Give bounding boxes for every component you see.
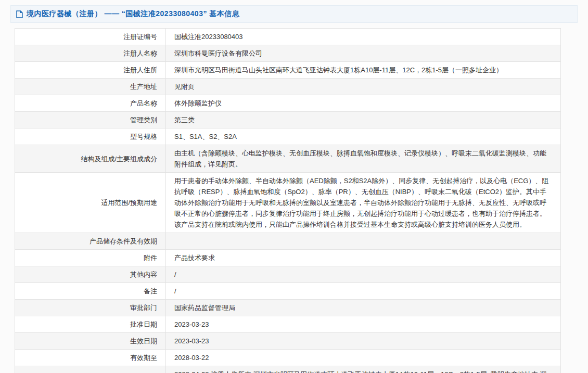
row-value: 见附页 — [166, 79, 561, 95]
page-title: 境内医疗器械（注册） —— “国械注准20233080403” 基本信息 — [27, 9, 239, 19]
row-value: 国家药品监督管理局 — [166, 300, 561, 316]
row-label: 注册人住所 — [15, 62, 166, 79]
row-value: 2023-04-03 注册人住所由:深圳市光明区马田街道南环大道飞亚达钟表大厦1… — [166, 366, 561, 373]
table-row-remarks: 备注 / — [15, 283, 561, 300]
row-label: 批准日期 — [15, 316, 166, 333]
page-header: 境内医疗器械（注册） —— “国械注准20233080403” 基本信息 — [10, 5, 578, 23]
row-value: 由主机（含除颤模块、心电监护模块、无创血压模块、脉搏血氧饱和度模块、记录仪模块）… — [166, 145, 561, 173]
document-icon — [16, 10, 23, 18]
row-value: 2028-03-22 — [166, 350, 561, 366]
row-label: 其他内容 — [15, 266, 166, 283]
row-label: 生产地址 — [15, 79, 166, 95]
row-label: 生效日期 — [15, 333, 166, 350]
row-label: 有效期至 — [15, 350, 166, 366]
table-row-model-spec: 型号规格 S1、S1A、S2、S2A — [15, 128, 561, 145]
table-row-production-address: 生产地址 见附页 — [15, 79, 561, 95]
table-row-storage-conditions: 产品储存条件及有效期 — [15, 233, 561, 250]
row-value: S1、S1A、S2、S2A — [166, 128, 561, 145]
row-value: 体外除颤监护仪 — [166, 95, 561, 112]
table-row-registrant-address: 注册人住所 深圳市光明区马田街道马山头社区南环大道飞亚达钟表大厦1栋A10层-1… — [15, 62, 561, 79]
table-row-management-category: 管理类别 第三类 — [15, 112, 561, 128]
row-value: 第三类 — [166, 112, 561, 128]
info-table-container: 注册证编号 国械注准20233080403 注册人名称 深圳市科曼医疗设备有限公… — [15, 28, 573, 373]
row-label: 备注 — [15, 283, 166, 300]
table-row-approval-date: 批准日期 2023-03-23 — [15, 316, 561, 333]
row-label: 管理类别 — [15, 112, 166, 128]
row-label: 结构及组成/主要组成成分 — [15, 145, 166, 173]
row-label: 产品储存条件及有效期 — [15, 233, 166, 250]
row-label: 附件 — [15, 250, 166, 266]
row-value: 2023-03-23 — [166, 316, 561, 333]
table-row-other-content: 其他内容 / — [15, 266, 561, 283]
row-value: 深圳市光明区马田街道马山头社区南环大道飞亚达钟表大厦1栋A10层-11层、12C… — [166, 62, 561, 79]
table-row-effective-date: 生效日期 2023-03-23 — [15, 333, 561, 350]
row-value: 用于患者的手动体外除颤、半自动体外除颤（AED除颤，S2和S2A除外）、同步复律… — [166, 173, 561, 233]
table-row-product-name: 产品名称 体外除颤监护仪 — [15, 95, 561, 112]
row-label: 适用范围/预期用途 — [15, 173, 166, 233]
row-label: 注册人名称 — [15, 45, 166, 62]
registration-info-table: 注册证编号 国械注准20233080403 注册人名称 深圳市科曼医疗设备有限公… — [15, 28, 561, 373]
row-value: / — [166, 266, 561, 283]
table-row-approval-department: 审批部门 国家药品监督管理局 — [15, 300, 561, 316]
table-row-structure-composition: 结构及组成/主要组成成分 由主机（含除颤模块、心电监护模块、无创血压模块、脉搏血… — [15, 145, 561, 173]
row-label — [15, 366, 166, 373]
row-value: / — [166, 283, 561, 300]
row-label: 注册证编号 — [15, 29, 166, 45]
page: 境内医疗器械（注册） —— “国械注准20233080403” 基本信息 注册证… — [0, 0, 588, 373]
row-label: 型号规格 — [15, 128, 166, 145]
table-row-expiry-date: 有效期至 2028-03-22 — [15, 350, 561, 366]
row-label: 审批部门 — [15, 300, 166, 316]
table-row-intended-use: 适用范围/预期用途 用于患者的手动体外除颤、半自动体外除颤（AED除颤，S2和S… — [15, 173, 561, 233]
row-label: 产品名称 — [15, 95, 166, 112]
table-row-change-record: 2023-04-03 注册人住所由:深圳市光明区马田街道南环大道飞亚达钟表大厦1… — [15, 366, 561, 373]
row-value: 产品技术要求 — [166, 250, 561, 266]
row-value — [166, 233, 561, 250]
table-row-attachment: 附件 产品技术要求 — [15, 250, 561, 266]
row-value: 国械注准20233080403 — [166, 29, 561, 45]
row-value: 深圳市科曼医疗设备有限公司 — [166, 45, 561, 62]
row-value: 2023-03-23 — [166, 333, 561, 350]
table-row-registration-number: 注册证编号 国械注准20233080403 — [15, 29, 561, 45]
table-row-registrant-name: 注册人名称 深圳市科曼医疗设备有限公司 — [15, 45, 561, 62]
